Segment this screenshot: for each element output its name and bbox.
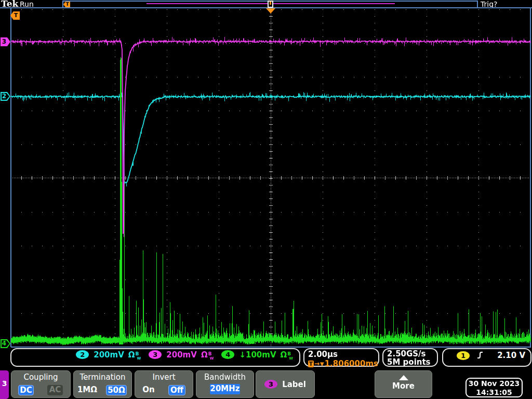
channel-4-termination-icon: Ω [281, 350, 287, 360]
date-value: 30 Nov 2023 [467, 379, 522, 388]
label-panel[interactable]: 3 Label [256, 370, 315, 398]
menu-channel-tab[interactable]: 3 [0, 370, 9, 399]
invert-title: Invert [135, 373, 193, 382]
bandwidth-value-button[interactable]: 20MHz [210, 384, 240, 394]
delay-trigger-icon: T [308, 361, 314, 367]
delay-triangle-icon: ▼ [320, 361, 324, 367]
channel-2-badge: 2 [76, 350, 89, 359]
bandwidth-panel[interactable]: Bandwidth 20MHz [196, 370, 254, 398]
channel-3-termination-icon: Ω [201, 350, 208, 360]
channel-2-readout[interactable]: 2 200mV Ω BW [76, 350, 141, 361]
termination-1mohm-button[interactable]: 1MΩ [76, 385, 98, 395]
channel-3-readout[interactable]: 3 200mV Ω BW [149, 350, 214, 361]
trigger-readout-box[interactable]: 1 2.10 V [442, 348, 531, 367]
record-length: 5M points [387, 358, 437, 366]
channel-3-bandwidth-icon: BW [208, 350, 214, 361]
window-position-notch [270, 2, 271, 5]
channel-4-badge: 4 [221, 350, 234, 359]
acquisition-readout-box[interactable]: 2.50GS/s 5M points [382, 348, 438, 367]
invert-panel[interactable]: Invert On Off [135, 370, 193, 398]
more-panel[interactable]: More [375, 370, 432, 398]
trigger-position-icon[interactable] [266, 8, 275, 14]
channel-4-marker-label: 4 [1, 339, 8, 348]
coupling-title: Coupling [11, 373, 70, 382]
coupling-ac-button[interactable]: AC [47, 385, 63, 395]
channel-2-scale: 200mV [94, 350, 124, 360]
trigger-level-value: 2.10 V [497, 351, 525, 360]
bandwidth-title: Bandwidth [196, 373, 254, 382]
label-title: Label [282, 380, 306, 389]
more-title: More [375, 381, 432, 391]
invert-on-button[interactable]: On [141, 385, 156, 395]
trigger-source-badge: 1 [457, 351, 470, 360]
delay-value: 1.806000ms [325, 359, 378, 368]
horizontal-readout-box[interactable]: 2.00µs T → ▼ 1.806000ms [303, 348, 379, 367]
channel-3-badge: 3 [149, 350, 162, 359]
channel-3-marker-label: 3 [1, 37, 8, 46]
time-value: 14:31:05 [467, 388, 522, 397]
trigger-slope-icon [477, 351, 483, 359]
channel-2-termination-icon: Ω [128, 350, 135, 360]
datetime-box: 30 Nov 2023 14:31:05 [466, 378, 523, 397]
delay-arrow-icon: → [314, 360, 320, 367]
sample-rate: 2.50GS/s [387, 350, 437, 358]
termination-panel[interactable]: Termination 1MΩ 50Ω [73, 370, 132, 398]
waveform-display [0, 0, 532, 399]
channel-4-scale: ↓100mV [239, 350, 276, 360]
coupling-panel[interactable]: Coupling DC AC [11, 370, 71, 398]
termination-50ohm-button[interactable]: 50Ω [106, 385, 127, 395]
delay-readout: T → ▼ 1.806000ms [308, 359, 378, 368]
channel-2-marker-label: 2 [1, 92, 8, 101]
timebase-scale: 2.00µs [308, 350, 378, 359]
channel-readout-box[interactable]: 2 200mV Ω BW 3 200mV Ω BW 4 ↓100mV Ω BW [10, 348, 300, 367]
channel-3-scale: 200mV [166, 350, 197, 360]
channel-2-bandwidth-icon: BW [136, 350, 141, 361]
window-position-marker[interactable] [268, 1, 273, 8]
termination-title: Termination [74, 373, 131, 382]
coupling-dc-button[interactable]: DC [18, 385, 34, 395]
label-channel-badge: 3 [264, 380, 277, 389]
invert-off-button[interactable]: Off [168, 385, 185, 395]
more-up-arrow-icon [399, 375, 408, 380]
channel-4-readout[interactable]: 4 ↓100mV Ω BW [221, 350, 293, 361]
channel-4-bandwidth-icon: BW [287, 350, 293, 361]
